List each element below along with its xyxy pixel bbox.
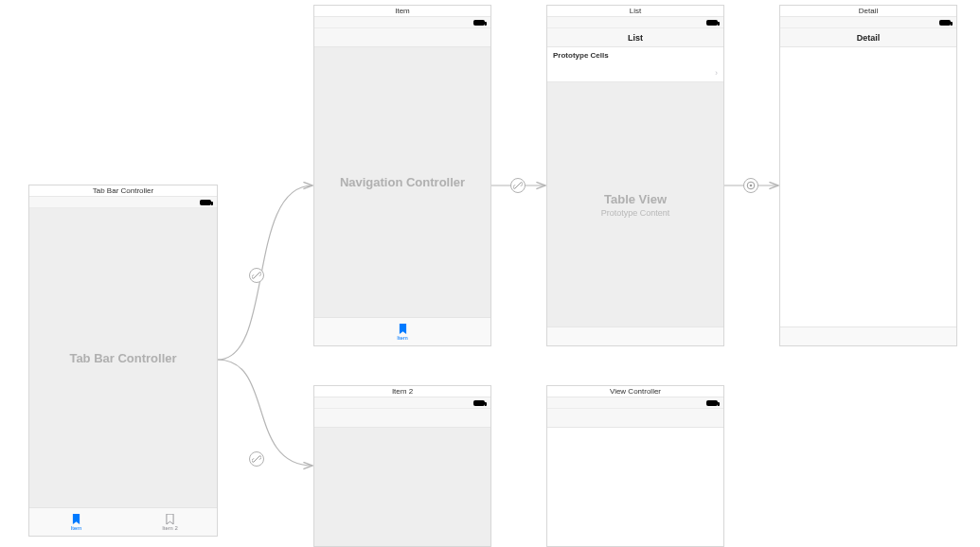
battery-icon [473,400,485,406]
status-bar [314,397,490,409]
battery-icon [939,20,951,26]
tab-bar-placeholder [547,326,723,345]
tab-item-2[interactable]: Item 2 [123,508,217,536]
segue-badge-tab-item2[interactable] [249,451,264,467]
scene-title: View Controller [547,386,723,397]
prototype-cells-header: Prototype Cells [547,47,723,63]
scene-view-controller[interactable]: View Controller [546,385,724,547]
tab-label: Item [397,335,408,341]
scene-item-navigation-controller[interactable]: Item Navigation Controller Item [313,5,491,346]
content-area: Navigation Controller [314,47,490,317]
svg-point-1 [750,185,753,187]
tab-item-1[interactable]: Item [29,508,123,536]
battery-icon [706,20,718,26]
segue-badge-tab-item[interactable] [249,268,264,283]
scene-title: Item [314,6,490,17]
table-view[interactable]: Prototype Cells › Table View Prototype C… [547,47,723,326]
scene-list[interactable]: List List Prototype Cells › Table View P… [546,5,724,346]
nav-bar-empty [314,409,490,428]
status-bar [547,17,723,28]
battery-icon [706,400,718,406]
status-bar [780,17,956,28]
tab-bar: Item Item 2 [29,507,217,536]
bookmark-icon [72,514,80,524]
nav-bar-empty [314,28,490,47]
nav-bar-empty [547,409,723,428]
bookmark-icon [399,324,407,334]
scene-title: Detail [780,6,956,17]
status-bar [314,17,490,28]
content-area: Tab Bar Controller [29,208,217,507]
tv-placeholder-label: Table View [604,192,667,206]
scene-title: List [547,6,723,17]
table-view-placeholder: Table View Prototype Content [547,82,723,326]
scene-detail[interactable]: Detail Detail [779,5,957,346]
tab-bar: Item [314,317,490,345]
prototype-cell[interactable]: › [547,63,723,82]
placeholder-label: Navigation Controller [340,175,465,189]
battery-icon [473,20,485,26]
nav-bar: Detail [780,28,956,47]
tab-item[interactable]: Item [314,318,490,345]
segue-badge-item-list[interactable] [510,178,526,193]
scene-title: Item 2 [314,386,490,397]
content-area [780,47,956,326]
disclosure-indicator-icon: › [715,68,718,78]
placeholder-label: Tab Bar Controller [69,351,176,365]
scene-title: Tab Bar Controller [29,185,217,197]
bookmark-icon [166,514,174,524]
tv-placeholder-sub: Prototype Content [601,208,670,218]
tab-label: Item 2 [162,525,178,531]
status-bar [547,397,723,409]
nav-title: List [628,33,643,43]
nav-bar: List [547,28,723,47]
tab-label: Item [71,525,82,531]
scene-item2[interactable]: Item 2 [313,385,491,547]
nav-title: Detail [857,33,881,43]
scene-tab-bar-controller[interactable]: Tab Bar Controller Tab Bar Controller It… [28,185,218,537]
tab-bar-placeholder [780,326,956,345]
status-bar [29,197,217,208]
content-area [547,428,723,546]
battery-icon [200,200,211,205]
content-area [314,428,490,546]
segue-badge-list-detail[interactable] [743,178,758,193]
